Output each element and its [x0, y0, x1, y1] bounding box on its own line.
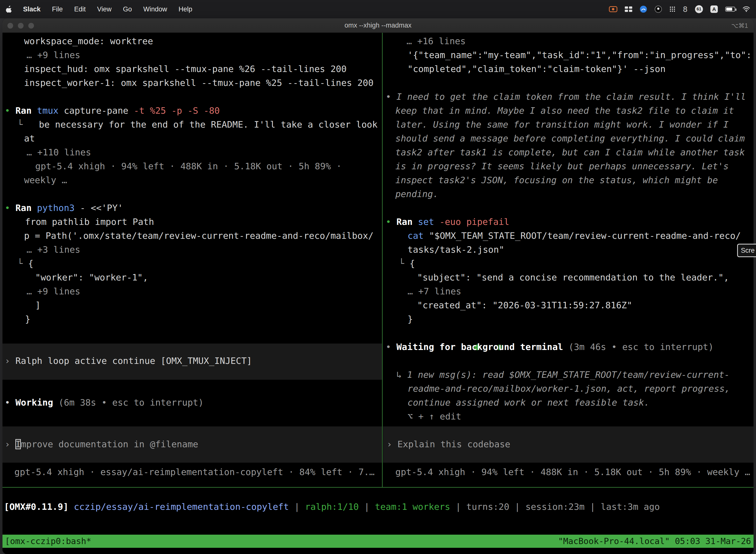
minimize-button[interactable]: [18, 23, 23, 29]
terminal-line: '{"team_name":"my-team","task_id":"1","f…: [407, 48, 752, 62]
inject-status: › Ralph loop active continue [OMX_TMUX_I…: [5, 354, 252, 368]
tmux-pane-left[interactable]: workspace_mode: worktree… +9 linesinspec…: [2, 33, 382, 487]
terminal-line: inspect_hud: omx sparkshell --tmux-pane …: [24, 62, 346, 76]
terminal-line: is in progress? It seems likely but perh…: [395, 159, 729, 173]
terminal-line: p = Path('.omx/state/team/review-current…: [24, 229, 374, 243]
terminal-line: }: [407, 312, 413, 326]
terminal-line: should send a message before completing …: [395, 131, 745, 146]
terminal-line: }: [25, 312, 30, 326]
pane-divider[interactable]: [382, 33, 383, 488]
terminal-line: gpt-5.4 xhigh · 94% left · 488K in · 5.1…: [35, 159, 341, 173]
app-menu-slack[interactable]: Slack: [23, 5, 41, 13]
footer-segment: cczip/essay/ai-reimplementation-copyleft: [74, 502, 289, 512]
menu-edit[interactable]: Edit: [74, 5, 86, 13]
terminal-line: … +3 lines: [26, 243, 80, 257]
terminal-line: "subject": "send a concise recommendatio…: [417, 271, 729, 284]
prompt-suggestion[interactable]: › Improve documentation in @filename: [5, 437, 198, 451]
waiting-status: • Waiting for background terminal (3m 46…: [386, 340, 713, 354]
terminal-line: cat "$OMX_TEAM_STATE_ROOT/team/review-cu…: [407, 229, 741, 243]
zoom-button[interactable]: [28, 23, 34, 29]
terminal-line: ⌥ + ↑ edit: [407, 409, 461, 424]
footer-segment: |: [289, 502, 305, 512]
menu-go[interactable]: Go: [123, 5, 132, 13]
prompt-suggestion[interactable]: › Explain this codebase: [387, 437, 510, 451]
tmux-status-bar: [omx-cczip0:bash* "MacBook-Pro-44.local"…: [2, 535, 754, 548]
terminal-line: ↳ 1 new msg(s): read $OMX_TEAM_STATE_ROO…: [396, 368, 730, 382]
terminal-line: • Ran set -euo pipefail: [386, 215, 509, 229]
menubar-menus: Slack File Edit View Go Window Help: [6, 5, 192, 13]
menu-view[interactable]: View: [97, 5, 112, 13]
tmux-host-clock: "MacBook-Pro-44.local" 05:03 31-Mar-26: [558, 535, 751, 548]
apple-menu-icon[interactable]: [6, 6, 12, 13]
working-status: • Working (6m 38s • esc to interrupt): [5, 396, 204, 409]
footer-segment: team:1 workers: [375, 502, 450, 512]
screen-tooltip: Scre: [737, 244, 756, 257]
terminal-line: tasks/task-2.json": [407, 243, 504, 257]
window-title: omx --xhigh --madmax: [2, 21, 754, 29]
tmux-pane-right[interactable]: … +16 lines'{"team_name":"my-team","task…: [383, 33, 754, 487]
tmux-session-label: [omx-cczip0:bash*: [5, 535, 91, 548]
terminal-line: inspect task2's JSON, focusing on the st…: [395, 173, 718, 187]
menubar-status-icons: 8 61 A: [609, 5, 750, 14]
menu-help[interactable]: Help: [179, 5, 192, 13]
terminal-line: • Ran python3 - <<'PY': [5, 201, 123, 215]
window-controls: [7, 18, 34, 33]
badge-61-icon[interactable]: 61: [695, 5, 703, 13]
terminal-line: • I need to get the claim token from the…: [386, 90, 746, 104]
terminal-line: pending.: [395, 187, 438, 201]
terminal-line: inspect_worker-1: omx sparkshell --tmux-…: [24, 76, 374, 90]
input-source-icon[interactable]: A: [710, 5, 718, 13]
window-shortcut-hint: ⌥⌘1: [731, 18, 748, 33]
titlebar[interactable]: omx --xhigh --madmax ⌥⌘1: [2, 18, 754, 33]
terminal-line: task2 after task1 is complete, but can I…: [395, 146, 745, 159]
terminal-line: … +16 lines: [406, 34, 465, 48]
omx-status-line: [OMX#0.11.9] cczip/essay/ai-reimplementa…: [4, 500, 660, 514]
terminal-line: └ {: [17, 257, 34, 271]
close-button[interactable]: [7, 23, 13, 29]
menu-window[interactable]: Window: [143, 5, 167, 13]
terminal-window: omx --xhigh --madmax ⌥⌘1 workspace_mode:…: [2, 18, 754, 554]
menu-file[interactable]: File: [52, 5, 63, 13]
blue-app-icon[interactable]: [640, 5, 647, 13]
wifi-icon[interactable]: [743, 6, 750, 12]
terminal-line: continue assigned work or next feasible …: [407, 396, 649, 409]
terminal-line: "completed","claim_token":"claim-token"}…: [407, 62, 666, 76]
terminal-line: … +9 lines: [26, 284, 80, 298]
terminal-line: … +9 lines: [26, 48, 80, 62]
terminal-line: ]: [35, 298, 41, 312]
glyph-8-icon[interactable]: 8: [683, 5, 688, 14]
footer-segment: |: [359, 502, 375, 512]
pane-border-bottom: [2, 487, 754, 488]
menubar: Slack File Edit View Go Window Help 8 61…: [0, 0, 756, 18]
footer-segment: ralph:1/10: [305, 502, 359, 512]
terminal-line: "created_at": "2026-03-31T11:59:27.816Z": [417, 298, 632, 312]
footer-segment: [OMX#0.11.9]: [4, 502, 74, 512]
terminal-content: workspace_mode: worktree… +9 linesinspec…: [2, 33, 754, 554]
pane-status-line: gpt-5.4 xhigh · essay/ai-reimplementatio…: [14, 465, 375, 479]
terminal-line: └ be necessary for the end of the README…: [17, 118, 378, 131]
recording-indicator-icon[interactable]: [609, 6, 617, 12]
terminal-line: keep that in mind. Maybe I also need the…: [395, 104, 734, 118]
terminal-line: from pathlib import Path: [25, 215, 154, 229]
terminal-line: └ {: [399, 257, 415, 271]
terminal-line: readme-and-reco/mailbox/worker-1.json, a…: [407, 382, 730, 396]
terminal-line: at: [24, 131, 35, 146]
terminal-line: workspace_mode: worktree: [24, 34, 153, 48]
battery-icon[interactable]: [725, 7, 735, 12]
terminal-line: … +7 lines: [407, 284, 461, 298]
dots-grid-icon[interactable]: [670, 6, 675, 12]
terminal-line: … +110 lines: [26, 146, 91, 159]
terminal-line: weekly …: [24, 173, 67, 187]
terminal-line: later. Using the same for transition mig…: [395, 118, 729, 131]
footer-segment: | turns:20 | session:23m | last:3m ago: [450, 502, 660, 512]
pane-status-line: gpt-5.4 xhigh · 94% left · 488K in · 5.1…: [395, 465, 750, 479]
terminal-line: • Ran tmux capture-pane -t %25 -p -S -80: [5, 104, 220, 118]
terminal-line: "worker": "worker-1",: [35, 271, 148, 284]
dark-app-icon[interactable]: [654, 5, 662, 13]
window-tiles-icon[interactable]: [625, 6, 632, 12]
